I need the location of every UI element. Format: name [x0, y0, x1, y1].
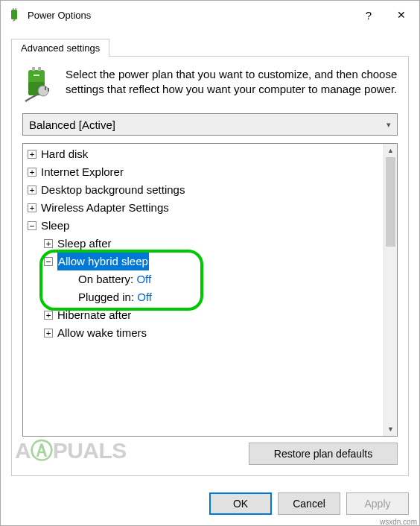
- setting-plugged-in[interactable]: Plugged in: Off: [23, 288, 384, 306]
- content-area: Advanced settings: [1, 29, 419, 485]
- setting-value: Off: [137, 291, 152, 303]
- tree-item-allow-wake-timers[interactable]: + Allow wake timers: [23, 324, 384, 342]
- intro-row: Select the power plan that you want to c…: [22, 67, 398, 103]
- tabstrip: Advanced settings: [11, 38, 409, 56]
- expand-icon[interactable]: +: [44, 311, 53, 320]
- cancel-button[interactable]: Cancel: [278, 492, 340, 515]
- tree-item-internet-explorer[interactable]: + Internet Explorer: [23, 163, 384, 181]
- restore-defaults-button[interactable]: Restore plan defaults: [249, 443, 398, 465]
- tree-label: Hard disk: [41, 145, 88, 163]
- ok-button[interactable]: OK: [209, 492, 272, 515]
- window-controls: ? ✕: [354, 1, 419, 29]
- expand-icon[interactable]: +: [28, 168, 36, 177]
- svg-rect-5: [32, 67, 35, 71]
- tree-label: Desktop background settings: [41, 181, 185, 199]
- svg-rect-1: [13, 8, 14, 10]
- expand-icon[interactable]: +: [28, 186, 36, 194]
- tree-label: Wireless Adapter Settings: [41, 199, 169, 217]
- close-button[interactable]: ✕: [384, 1, 419, 29]
- restore-row: Restore plan defaults: [22, 443, 398, 465]
- svg-rect-10: [48, 88, 49, 92]
- setting-value: Off: [136, 273, 151, 285]
- svg-rect-6: [38, 67, 41, 71]
- setting-key: On battery:: [78, 273, 133, 285]
- scroll-thumb[interactable]: [386, 157, 395, 247]
- scroll-up-button[interactable]: ▲: [384, 144, 397, 157]
- svg-rect-7: [34, 75, 39, 76]
- expand-icon[interactable]: +: [28, 150, 36, 159]
- tree-item-sleep-after[interactable]: + Sleep after: [23, 235, 384, 253]
- window-title: Power Options: [28, 10, 354, 21]
- tree-label: Internet Explorer: [41, 163, 124, 181]
- svg-rect-9: [45, 86, 46, 90]
- settings-tree-container: + Hard disk + Internet Explorer + Deskto…: [22, 143, 398, 437]
- collapse-icon[interactable]: −: [44, 257, 53, 266]
- tree-label: Sleep: [41, 217, 69, 235]
- plan-dropdown[interactable]: Balanced [Active] ▾: [22, 113, 398, 136]
- expand-icon[interactable]: +: [28, 203, 36, 212]
- svg-point-8: [38, 86, 48, 96]
- svg-rect-2: [16, 8, 17, 10]
- tree-item-hibernate-after[interactable]: + Hibernate after: [23, 306, 384, 324]
- power-options-dialog: Power Options ? ✕ Advanced settings: [0, 0, 420, 526]
- power-options-icon: [8, 8, 22, 22]
- plan-dropdown-value: Balanced [Active]: [29, 118, 386, 131]
- tree-item-hard-disk[interactable]: + Hard disk: [23, 145, 384, 163]
- apply-button: Apply: [346, 492, 409, 515]
- tree-label-selected: Allow hybrid sleep: [57, 253, 149, 270]
- help-button[interactable]: ?: [354, 1, 384, 29]
- tree-item-desktop-background[interactable]: + Desktop background settings: [23, 181, 384, 199]
- tree-item-sleep[interactable]: − Sleep: [23, 217, 384, 235]
- tree-item-wireless-adapter[interactable]: + Wireless Adapter Settings: [23, 199, 384, 217]
- dialog-buttons: OK Cancel Apply: [1, 485, 419, 525]
- scroll-down-button[interactable]: ▼: [384, 422, 397, 436]
- setting-on-battery[interactable]: On battery: Off: [23, 270, 384, 288]
- attribution-text: wsxdn.com: [380, 518, 417, 526]
- tree-label: Allow wake timers: [57, 324, 147, 342]
- svg-rect-0: [11, 10, 17, 19]
- tab-panel: Select the power plan that you want to c…: [11, 56, 409, 476]
- chevron-down-icon: ▾: [386, 120, 391, 130]
- settings-tree[interactable]: + Hard disk + Internet Explorer + Deskto…: [23, 144, 384, 436]
- titlebar: Power Options ? ✕: [1, 1, 419, 29]
- tree-label: Hibernate after: [57, 306, 131, 324]
- expand-icon[interactable]: +: [44, 329, 53, 338]
- battery-plug-icon: [22, 67, 55, 103]
- tree-label: Sleep after: [57, 235, 112, 253]
- setting-key: Plugged in:: [78, 291, 134, 303]
- tree-item-allow-hybrid-sleep[interactable]: − Allow hybrid sleep: [23, 253, 384, 270]
- tab-advanced-settings[interactable]: Advanced settings: [11, 39, 109, 57]
- expand-icon[interactable]: +: [44, 239, 53, 248]
- collapse-icon[interactable]: −: [28, 221, 36, 230]
- scrollbar-vertical[interactable]: ▲ ▼: [384, 144, 397, 436]
- intro-text: Select the power plan that you want to c…: [66, 67, 398, 103]
- scroll-track[interactable]: [384, 157, 397, 422]
